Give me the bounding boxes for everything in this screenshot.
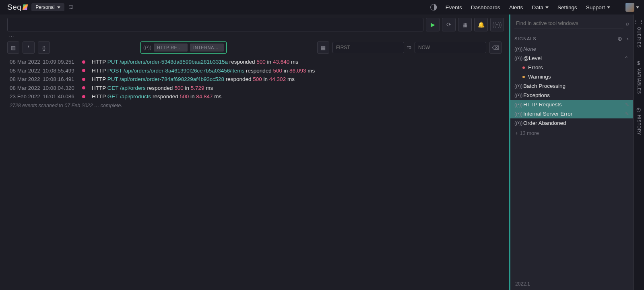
event-time: 10:08:16.491 xyxy=(43,75,74,83)
braces-icon: {} xyxy=(42,45,46,51)
main-column: ▶ ⟳ ▦ 🔔 ((•)) … ▥ ❜ {} ((•)) HTTP REQU… … xyxy=(0,14,509,290)
signal-icon: ((•)) xyxy=(514,93,520,98)
event-time: 16:01:40.086 xyxy=(43,93,74,101)
calendar-icon: ▦ xyxy=(321,45,326,51)
dollar-icon: $ xyxy=(637,60,640,66)
clear-date-button[interactable]: ⌫ xyxy=(489,41,502,54)
nav-links: Events Dashboards Alerts Data Settings S… xyxy=(430,3,639,12)
signal-icon: ((•)) xyxy=(514,102,520,108)
save-workspace-button[interactable]: 🖫 xyxy=(68,4,73,10)
event-date: 08 Mar 2022 xyxy=(10,84,39,92)
signal-label: Order Abandoned xyxy=(523,120,629,126)
date-to-label: to xyxy=(407,45,411,50)
event-time: 10:09:09.251 xyxy=(43,58,74,66)
applied-signal-chip[interactable]: INTERNAL S… xyxy=(190,44,224,52)
signals-expand-button[interactable]: › xyxy=(627,35,629,42)
bell-icon: 🔔 xyxy=(478,21,485,28)
refresh-button[interactable]: ⟳ xyxy=(442,18,456,31)
run-query-button[interactable]: ▶ xyxy=(426,18,440,31)
query-expand[interactable]: … xyxy=(0,31,509,39)
nav-events[interactable]: Events xyxy=(446,4,462,10)
event-time: 10:08:04.320 xyxy=(43,84,74,92)
signals-panel: ⌕ SIGNALS ⊕ › ((•))None((•))@Level⌃Error… xyxy=(510,14,634,290)
rail-history[interactable]: ◴HISTORY xyxy=(636,106,641,135)
level-dot-icon xyxy=(82,60,85,64)
date-from-input[interactable] xyxy=(332,42,404,53)
applied-signal-chip[interactable]: HTTP REQU… xyxy=(154,44,188,52)
event-row[interactable]: 08 Mar 202210:08:55.499HTTP POST /api/or… xyxy=(10,66,502,75)
level-dot-icon xyxy=(82,78,85,81)
event-message: HTTP GET /api/products responded 500 in … xyxy=(92,93,221,101)
level-dot-icon xyxy=(82,86,85,89)
rail-variables[interactable]: $VARIABLES xyxy=(637,60,641,94)
chevron-up-icon[interactable]: ⌃ xyxy=(623,56,629,61)
signal-icon: ((•)) xyxy=(514,111,520,117)
level-dot-icon xyxy=(522,66,525,69)
level-dot-icon xyxy=(522,76,525,78)
workspace-selector[interactable]: Personal xyxy=(31,3,64,11)
chevron-down-icon xyxy=(545,6,549,8)
level-dot-icon xyxy=(82,69,85,72)
top-nav: Seq Personal 🖫 Events Dashboards Alerts … xyxy=(0,0,644,14)
signal-label: Exceptions xyxy=(523,92,629,98)
signal-row[interactable]: Warnings xyxy=(510,72,633,81)
event-message: HTTP POST /api/orders/order-8a461390f26c… xyxy=(92,67,315,75)
play-icon: ▶ xyxy=(431,21,435,28)
edit-icon[interactable]: ✎ xyxy=(625,102,629,108)
rail-queries[interactable]: ⋮⋮QUERIES xyxy=(633,19,644,48)
notifications-button[interactable]: 🔔 xyxy=(474,18,488,31)
theme-toggle-icon[interactable] xyxy=(430,4,437,10)
event-row[interactable]: 08 Mar 202210:09:09.251HTTP PUT /api/ord… xyxy=(10,58,502,66)
tool-window-search-input[interactable] xyxy=(514,18,623,29)
signal-row[interactable]: ((•))Order Abandoned xyxy=(510,118,633,128)
search-icon[interactable]: ⌕ xyxy=(626,20,629,27)
date-picker-button[interactable]: ▦ xyxy=(317,41,329,54)
event-date: 08 Mar 2022 xyxy=(10,75,39,83)
event-row[interactable]: 08 Mar 202210:08:16.491HTTP PUT /api/ord… xyxy=(10,75,502,84)
chart-toggle-button[interactable]: ▥ xyxy=(7,41,19,54)
chevron-down-icon xyxy=(607,6,610,8)
clear-icon: ⌫ xyxy=(492,45,499,51)
logo-mark-icon xyxy=(23,4,28,10)
add-signal-button[interactable]: ⊕ xyxy=(617,35,623,42)
signal-label: @Level xyxy=(523,55,620,61)
signal-icon: ((•)) xyxy=(514,120,520,126)
grid-icon: ▦ xyxy=(462,21,468,28)
signal-label: Internal Server Error xyxy=(523,111,622,117)
event-message: HTTP PUT /api/orders/order-784af698229af… xyxy=(92,75,295,83)
signal-label: Warnings xyxy=(528,74,629,80)
signal-row[interactable]: ((•))HTTP Requests✎ xyxy=(510,100,633,109)
nav-settings[interactable]: Settings xyxy=(557,4,577,10)
braces-button[interactable]: {} xyxy=(38,41,50,54)
edit-icon[interactable]: ✎ xyxy=(625,111,629,117)
signal-add-button[interactable]: ((•)) xyxy=(490,18,504,31)
signals-more[interactable]: + 13 more xyxy=(510,128,633,139)
logo: Seq xyxy=(7,3,27,12)
signal-icon: ((•)) xyxy=(514,56,520,61)
signal-row[interactable]: Errors xyxy=(510,63,633,72)
scan-status: 2728 events scanned to 07 Feb 2022 … com… xyxy=(10,101,502,108)
signal-row[interactable]: ((•))Batch Processing xyxy=(510,81,633,91)
right-rail: ⋮⋮QUERIES $VARIABLES ◴HISTORY xyxy=(634,14,644,290)
query-input[interactable] xyxy=(7,18,423,31)
quote-button[interactable]: ❜ xyxy=(23,41,35,54)
nav-data[interactable]: Data xyxy=(532,4,549,10)
nav-dashboards[interactable]: Dashboards xyxy=(471,4,500,10)
clock-icon: ◴ xyxy=(636,106,641,112)
nav-alerts[interactable]: Alerts xyxy=(509,4,523,10)
signal-row[interactable]: ((•))@Level⌃ xyxy=(510,54,633,63)
signal-label: HTTP Requests xyxy=(523,102,622,108)
event-row[interactable]: 08 Mar 202210:08:04.320HTTP GET /api/ord… xyxy=(10,84,502,93)
signal-icon: ((•)) xyxy=(143,45,151,50)
nav-support[interactable]: Support xyxy=(586,4,610,10)
signal-row[interactable]: ((•))Internal Server Error✎ xyxy=(510,109,633,118)
avatar[interactable] xyxy=(625,3,634,12)
date-to-input[interactable] xyxy=(415,42,486,53)
signal-row[interactable]: ((•))None xyxy=(510,44,633,54)
layout-button[interactable]: ▦ xyxy=(458,18,472,31)
event-row[interactable]: 23 Feb 202216:01:40.086HTTP GET /api/pro… xyxy=(10,92,502,101)
event-message: HTTP GET /api/orders responded 500 in 5.… xyxy=(92,84,213,92)
event-date: 08 Mar 2022 xyxy=(10,58,39,66)
refresh-icon: ⟳ xyxy=(446,21,451,28)
signal-row[interactable]: ((•))Exceptions xyxy=(510,91,633,100)
